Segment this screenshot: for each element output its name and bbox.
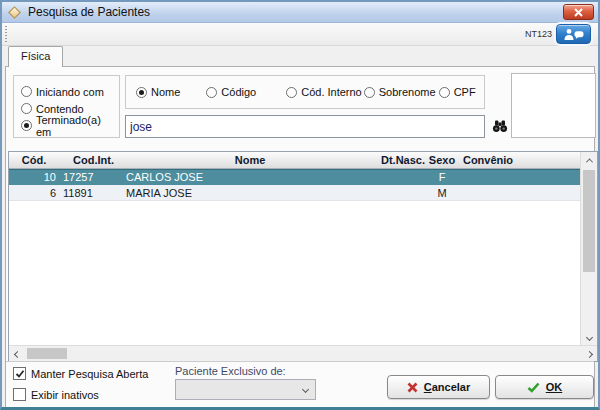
exclusive-patient-select[interactable]	[175, 379, 316, 400]
col-header-nome[interactable]: Nome	[121, 154, 379, 166]
radio-terminado-em[interactable]: Terminado(a) em	[21, 117, 119, 134]
radio-label: Cód. Interno	[301, 86, 362, 98]
chevron-right-icon	[585, 350, 592, 357]
radio-codigo[interactable]: Código	[206, 84, 256, 101]
checkbox-box[interactable]	[13, 367, 26, 380]
cell-cod: 10	[9, 171, 59, 183]
radio-dot[interactable]	[206, 87, 217, 98]
code-badge: NT123	[525, 23, 552, 46]
chevron-down-icon	[585, 333, 592, 340]
results-table: Cód. Cod.Int. Nome Dt.Nasc. Sexo Convêni…	[8, 151, 598, 362]
radio-sobrenome[interactable]: Sobrenome	[364, 84, 436, 101]
exclusive-patient-label: Paciente Exclusivo de:	[175, 365, 286, 377]
radio-label: Terminado(a) em	[36, 114, 119, 138]
radio-iniciando-com[interactable]: Iniciando com	[21, 83, 119, 100]
green-check-icon	[527, 382, 540, 393]
close-button[interactable]	[563, 4, 594, 20]
radio-dot[interactable]	[21, 86, 32, 97]
vertical-scrollbar-thumb[interactable]	[583, 170, 595, 272]
window-title: Pesquisa de Pacientes	[28, 5, 150, 19]
patient-chat-button[interactable]	[556, 24, 591, 44]
scroll-up-button[interactable]	[581, 152, 597, 168]
tab-panel: Iniciando com Contendo Terminado(a) em N…	[5, 66, 595, 407]
search-input[interactable]	[125, 115, 485, 138]
keep-search-open-checkbox[interactable]: Manter Pesquisa Aberta	[13, 367, 148, 380]
search-field-group: Nome Código Cód. Interno Sobrenome CPF	[125, 75, 485, 109]
binoculars-icon	[492, 119, 508, 133]
checkbox-box[interactable]	[13, 388, 26, 401]
radio-dot[interactable]	[364, 87, 375, 98]
col-header-cod-int[interactable]: Cod.Int.	[59, 154, 121, 166]
scroll-left-button[interactable]	[9, 346, 25, 362]
radio-dot[interactable]	[136, 87, 147, 98]
col-header-cod[interactable]: Cód.	[9, 154, 59, 166]
radio-nome[interactable]: Nome	[136, 84, 180, 101]
show-inactive-checkbox[interactable]: Exibir inativos	[13, 388, 99, 401]
cell-nome: MARIA JOSE	[121, 187, 379, 199]
patient-chat-icon	[563, 28, 585, 41]
cell-cod-int: 11891	[59, 187, 121, 199]
radio-dot[interactable]	[21, 120, 32, 131]
radio-label: Código	[221, 86, 256, 98]
chevron-left-icon	[13, 350, 20, 357]
horizontal-scrollbar[interactable]	[9, 345, 597, 361]
chevron-down-icon	[302, 386, 309, 393]
search-mode-group: Iniciando com Contendo Terminado(a) em	[13, 75, 120, 138]
col-header-dt-nasc[interactable]: Dt.Nasc.	[379, 154, 427, 166]
table-header: Cód. Cod.Int. Nome Dt.Nasc. Sexo Convêni…	[9, 152, 580, 169]
titlebar: Pesquisa de Pacientes	[2, 2, 598, 23]
vertical-scrollbar[interactable]	[580, 152, 597, 345]
radio-cod-interno[interactable]: Cód. Interno	[286, 84, 362, 101]
horizontal-scrollbar-thumb[interactable]	[27, 348, 67, 359]
cell-nome: CARLOS JOSE	[121, 171, 379, 183]
diamond-icon	[8, 6, 21, 19]
radio-label: Nome	[151, 86, 180, 98]
scroll-down-button[interactable]	[581, 329, 597, 345]
radio-dot[interactable]	[439, 87, 450, 98]
cell-sexo: M	[427, 187, 457, 199]
cancel-button-label: Cancelar	[424, 381, 470, 393]
radio-cpf[interactable]: CPF	[439, 84, 476, 101]
radio-dot[interactable]	[21, 103, 32, 114]
cell-cod-int: 17257	[59, 171, 121, 183]
col-header-sexo[interactable]: Sexo	[427, 154, 457, 166]
close-x-icon	[574, 8, 583, 17]
search-button[interactable]	[492, 119, 508, 137]
ok-button[interactable]: OK	[495, 375, 594, 399]
checkbox-label: Manter Pesquisa Aberta	[31, 368, 148, 380]
check-icon	[15, 369, 25, 379]
radio-label: CPF	[454, 86, 476, 98]
cell-cod: 6	[9, 187, 59, 199]
patient-search-dialog: Pesquisa de Pacientes NT123 Física	[0, 0, 600, 410]
table-row[interactable]: 6 11891 MARIA JOSE M	[9, 185, 580, 201]
radio-dot[interactable]	[286, 87, 297, 98]
radio-label: Iniciando com	[36, 86, 104, 98]
checkbox-label: Exibir inativos	[31, 389, 99, 401]
cell-sexo: F	[427, 171, 457, 183]
tab-fisica[interactable]: Física	[8, 46, 63, 67]
toolbar: NT123	[2, 23, 598, 46]
cancel-button[interactable]: Cancelar	[387, 375, 490, 399]
tabstrip: Física	[2, 46, 598, 66]
scroll-right-button[interactable]	[581, 346, 597, 362]
red-x-icon	[407, 382, 418, 393]
col-header-convenio[interactable]: Convênio	[457, 154, 519, 166]
radio-label: Sobrenome	[379, 86, 436, 98]
toolbar-grip-icon[interactable]	[5, 26, 7, 43]
chevron-up-icon	[585, 158, 592, 165]
footer: Manter Pesquisa Aberta Exibir inativos P…	[6, 361, 594, 407]
patient-photo-box	[511, 73, 596, 138]
ok-button-label: OK	[546, 381, 563, 393]
table-row[interactable]: 10 17257 CARLOS JOSE F	[9, 169, 580, 185]
